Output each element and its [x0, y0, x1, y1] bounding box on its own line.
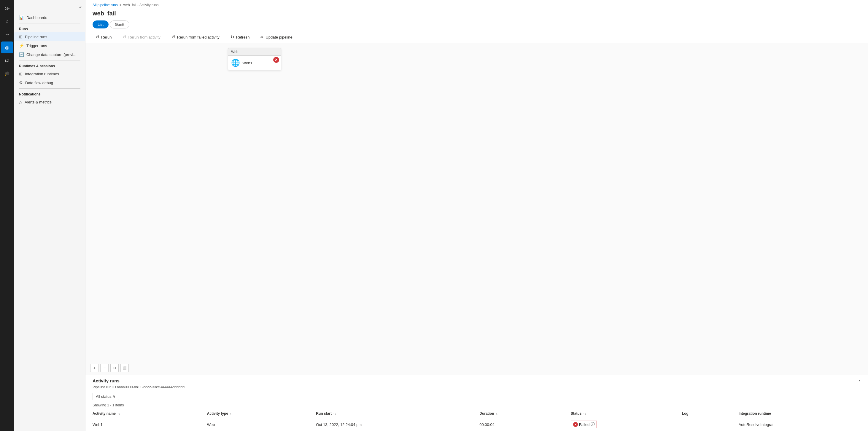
- status-failed-label: Failed: [579, 422, 589, 427]
- cell-integration-runtime: AutoResolveIntegrati: [732, 418, 868, 431]
- sidebar-section-runtimes: Runtimes & sessions: [14, 62, 85, 69]
- cell-duration: 00:00:04: [472, 418, 563, 431]
- sidebar-item-label: Data flow debug: [25, 80, 53, 85]
- sidebar-item-label: Dashboards: [26, 15, 47, 20]
- breadcrumb: All pipeline runs > web_fail - Activity …: [86, 0, 868, 9]
- col-run-start[interactable]: Run start ↑↓: [309, 409, 472, 418]
- sidebar-divider-2: [19, 60, 81, 61]
- sort-icon-run-start: ↑↓: [333, 412, 336, 415]
- filter-row: All status ∨: [86, 392, 868, 402]
- alerts-metrics-icon: △: [19, 100, 22, 104]
- toolbar: ↺ Rerun ↺ Rerun from activity ↺ Rerun fr…: [86, 31, 868, 43]
- rerun-from-activity-button[interactable]: ↺ Rerun from activity: [120, 33, 163, 41]
- sidebar-item-pipeline-runs[interactable]: ⊞ Pipeline runs: [14, 32, 85, 41]
- tab-list[interactable]: List: [93, 21, 108, 29]
- pipeline-run-id: Pipeline run ID aaaa0000-bb11-2222-33cc-…: [86, 385, 868, 392]
- rerun-from-activity-icon: ↺: [123, 34, 126, 40]
- home-icon[interactable]: ⌂: [1, 15, 13, 27]
- collapse-bottom-btn[interactable]: ∧: [858, 379, 861, 383]
- breadcrumb-current: web_fail - Activity runs: [123, 3, 159, 7]
- frame-button[interactable]: ⬜: [120, 364, 129, 372]
- sidebar-section-notifications: Notifications: [14, 90, 85, 98]
- sidebar-item-label: Trigger runs: [26, 43, 47, 48]
- zoom-in-button[interactable]: +: [90, 364, 98, 372]
- update-pipeline-label: Update pipeline: [266, 35, 292, 39]
- canvas-controls: + − ⊡ ⬜: [90, 364, 129, 372]
- rerun-from-failed-icon: ↺: [172, 34, 175, 40]
- sidebar-item-trigger-runs[interactable]: ⚡ Trigger runs: [14, 41, 85, 50]
- update-pipeline-button[interactable]: ✏ Update pipeline: [257, 33, 295, 41]
- cell-status: ✕ Failed ⓘ: [564, 418, 675, 431]
- sidebar-item-label: Pipeline runs: [25, 35, 47, 39]
- activity-node-body: 🌐 Web1 ✕: [228, 56, 281, 70]
- pipeline-runs-icon: ⊞: [19, 34, 23, 39]
- table-body: Web1 Web Oct 13, 2022, 12:24:04 pm 00:00…: [86, 418, 868, 431]
- activity-runs-header: Activity runs ∧: [86, 375, 868, 385]
- tab-gantt[interactable]: Gantt: [110, 21, 129, 29]
- col-run-start-label: Run start: [316, 411, 332, 416]
- col-activity-type[interactable]: Activity type ↑↓: [200, 409, 309, 418]
- sidebar-item-dashboards[interactable]: 📊 Dashboards: [14, 13, 85, 22]
- pencil-icon[interactable]: ✏: [1, 29, 13, 40]
- page-title: web_fail: [86, 9, 868, 21]
- sidebar: « 📊 Dashboards Runs ⊞ Pipeline runs ⚡ Tr…: [14, 0, 86, 431]
- monitor-icon[interactable]: ◎: [1, 41, 13, 53]
- rerun-from-failed-label: Rerun from failed activity: [177, 35, 219, 39]
- col-log: Log: [675, 409, 732, 418]
- cell-run-start: Oct 13, 2022, 12:24:04 pm: [309, 418, 472, 431]
- rerun-button[interactable]: ↺ Rerun: [93, 33, 115, 41]
- col-integration-runtime-label: Integration runtime: [739, 411, 771, 416]
- trigger-runs-icon: ⚡: [19, 43, 24, 48]
- sort-icon-duration: ↑↓: [496, 412, 499, 415]
- refresh-icon: ↻: [230, 34, 235, 40]
- toolbar-divider-4: [255, 34, 255, 40]
- rerun-label: Rerun: [101, 35, 112, 39]
- col-integration-runtime: Integration runtime: [732, 409, 868, 418]
- col-status[interactable]: Status ↑↓: [564, 409, 675, 418]
- activity-node-header: Web: [228, 48, 281, 56]
- bottom-section: Activity runs ∧ Pipeline run ID aaaa0000…: [86, 375, 868, 431]
- sidebar-item-data-flow-debug[interactable]: ⚙ Data flow debug: [14, 78, 85, 87]
- sidebar-item-label: Alerts & metrics: [25, 100, 52, 104]
- sidebar-divider-1: [19, 23, 81, 24]
- main-content: All pipeline runs > web_fail - Activity …: [86, 0, 868, 431]
- zoom-out-button[interactable]: −: [100, 364, 108, 372]
- activity-node-name: Web1: [242, 61, 252, 65]
- showing-count: Showing 1 - 1 items: [86, 402, 868, 409]
- collapse-sidebar-btn[interactable]: «: [78, 4, 83, 11]
- collapse-nav-icon[interactable]: ≫: [1, 2, 13, 14]
- sidebar-header: «: [14, 2, 85, 13]
- toolbar-divider-3: [225, 34, 225, 40]
- activity-node-web1[interactable]: Web 🌐 Web1 ✕: [228, 48, 281, 70]
- sidebar-item-label: Integration runtimes: [25, 72, 59, 76]
- nav-icons-strip: ≫ ⌂ ✏ ◎ 🗂 🎓: [0, 0, 14, 431]
- sidebar-item-alerts-metrics[interactable]: △ Alerts & metrics: [14, 98, 85, 106]
- rerun-from-failed-activity-button[interactable]: ↺ Rerun from failed activity: [168, 33, 222, 41]
- breadcrumb-parent-link[interactable]: All pipeline runs: [93, 3, 118, 7]
- col-duration[interactable]: Duration ↑↓: [472, 409, 563, 418]
- col-activity-type-label: Activity type: [207, 411, 228, 416]
- sort-icon-status: ↑↓: [583, 412, 586, 415]
- status-info-icon[interactable]: ⓘ: [591, 422, 595, 427]
- activity-runs-table: Activity name ↑↓ Activity type ↑↓ Run st…: [86, 409, 868, 431]
- status-failed-badge: ✕ Failed ⓘ: [571, 421, 597, 428]
- toolbar-divider-2: [166, 34, 166, 40]
- status-filter-label: All status: [96, 394, 112, 399]
- status-filter-dropdown[interactable]: All status ∨: [93, 393, 119, 400]
- canvas-area[interactable]: Web 🌐 Web1 ✕ + − ⊡ ⬜: [86, 43, 868, 375]
- update-pipeline-icon: ✏: [260, 35, 264, 39]
- col-activity-name[interactable]: Activity name ↑↓: [86, 409, 200, 418]
- sidebar-item-label: Change data capture (previ...: [26, 53, 76, 57]
- sidebar-item-change-data-capture[interactable]: 🔄 Change data capture (previ...: [14, 50, 85, 59]
- fit-to-screen-button[interactable]: ⊡: [111, 364, 119, 372]
- refresh-button[interactable]: ↻ Refresh: [227, 33, 253, 41]
- sort-icon-activity-name: ↑↓: [117, 412, 120, 415]
- refresh-label: Refresh: [236, 35, 250, 39]
- graduation-icon[interactable]: 🎓: [1, 68, 13, 79]
- sidebar-item-integration-runtimes[interactable]: ⊞ Integration runtimes: [14, 69, 85, 78]
- rerun-icon: ↺: [95, 34, 99, 40]
- rerun-from-activity-label: Rerun from activity: [128, 35, 160, 39]
- activity-runs-title: Activity runs: [93, 378, 120, 383]
- briefcase-icon[interactable]: 🗂: [1, 55, 13, 66]
- cell-activity-type: Web: [200, 418, 309, 431]
